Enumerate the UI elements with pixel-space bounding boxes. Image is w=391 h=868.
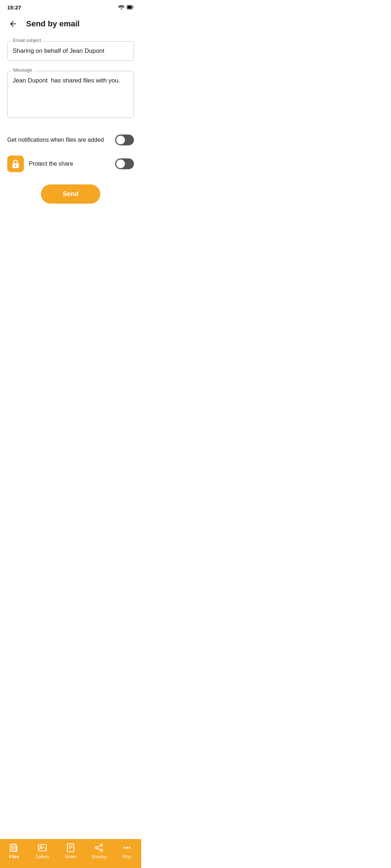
lock-icon [7,156,24,172]
email-subject-input[interactable] [7,41,134,61]
notifications-toggle[interactable] [115,135,134,145]
protect-toggle-row: Protect the share [7,150,134,177]
email-subject-label: Email subject [12,38,42,43]
header: Send by email [0,13,141,37]
main-content: Email subject Message Jean Dupont has sh… [0,37,141,212]
message-group: Message Jean Dupont has shared files wit… [7,71,134,119]
status-time: 15:27 [7,4,21,10]
message-input[interactable]: Jean Dupont has shared files with you. [7,71,134,118]
wifi-icon [118,5,125,10]
page-title: Send by email [26,19,80,29]
protect-label: Protect the share [29,161,110,167]
battery-icon [127,5,134,9]
notifications-toggle-row: Get notifications when files are added [7,129,134,150]
status-bar: 15:27 [0,0,141,13]
email-subject-group: Email subject [7,41,134,61]
send-button-wrapper: Send [7,184,134,204]
svg-point-3 [15,165,16,167]
back-button[interactable] [6,17,20,31]
send-button[interactable]: Send [41,184,100,204]
protect-toggle[interactable] [115,158,134,169]
message-label: Message [12,67,34,73]
status-icons [118,5,134,10]
svg-rect-1 [127,6,132,9]
notifications-label: Get notifications when files are added [7,137,115,143]
